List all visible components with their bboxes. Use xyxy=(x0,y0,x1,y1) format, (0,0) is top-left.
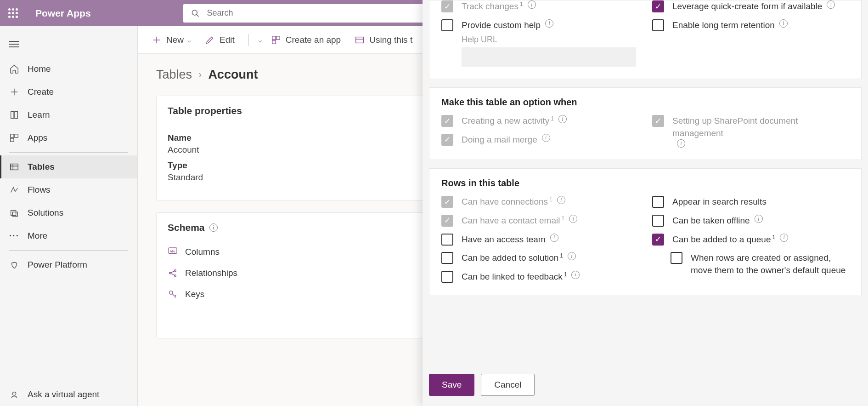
queue-sub-checkbox[interactable] xyxy=(671,252,682,264)
opt-label: Can be added to a queue xyxy=(672,234,771,246)
info-icon[interactable]: i xyxy=(571,271,580,279)
using-this-label: Using this t xyxy=(369,35,412,45)
svg-text:Abc: Abc xyxy=(170,249,176,253)
chevron-down-icon: ⌵ xyxy=(187,36,191,44)
agent-icon xyxy=(9,389,19,400)
new-label: New xyxy=(166,35,184,45)
hamburger-icon xyxy=(9,41,19,47)
help-url-label: Help URL xyxy=(462,35,638,45)
app-name: Power Apps xyxy=(35,8,91,19)
info-icon[interactable]: i xyxy=(779,19,788,28)
relationships-icon xyxy=(168,268,178,278)
sidebar-item-apps[interactable]: Apps xyxy=(0,126,137,149)
sidebar-item-label: Solutions xyxy=(28,208,63,218)
hamburger-button[interactable] xyxy=(0,35,137,53)
sidebar-item-label: Flows xyxy=(28,185,51,195)
connections-checkbox: ✓ xyxy=(441,196,453,208)
offline-checkbox[interactable] xyxy=(652,215,664,227)
opt-label: Creating a new activity xyxy=(462,115,549,127)
svg-point-0 xyxy=(192,10,197,15)
info-icon[interactable]: i xyxy=(542,134,550,142)
flow-icon xyxy=(9,185,19,195)
info-icon[interactable]: i xyxy=(550,234,558,242)
solution-checkbox[interactable] xyxy=(441,252,453,264)
home-icon xyxy=(9,64,19,74)
plus-icon xyxy=(152,35,162,45)
opt-label: Have an access team xyxy=(462,234,546,246)
properties-panel: ✓ Track changes1i Provide custom helpi H… xyxy=(423,0,868,406)
info-icon[interactable]: i xyxy=(558,115,567,123)
leverage-quick-create-checkbox[interactable]: ✓ xyxy=(652,0,664,12)
opt-label: Appear in search results xyxy=(672,196,767,208)
opt-label: Can be added to solution xyxy=(462,252,558,264)
info-icon[interactable]: i xyxy=(209,223,218,232)
long-term-retention-checkbox[interactable] xyxy=(652,19,664,31)
svg-rect-15 xyxy=(272,36,276,39)
track-changes-checkbox: ✓ xyxy=(441,0,453,12)
app-icon xyxy=(271,35,281,45)
svg-rect-6 xyxy=(11,138,14,142)
save-button[interactable]: Save xyxy=(429,374,474,396)
feedback-checkbox[interactable] xyxy=(441,271,453,283)
search-results-checkbox[interactable] xyxy=(652,196,664,208)
svg-point-24 xyxy=(175,275,176,277)
sidebar-item-solutions[interactable]: Solutions xyxy=(0,201,137,224)
opt-label: Can have a contact email xyxy=(462,215,560,227)
sidebar-item-virtual-agent[interactable]: Ask a virtual agent xyxy=(0,383,137,406)
sidebar-item-more[interactable]: ··· More xyxy=(0,224,137,247)
help-url-input[interactable] xyxy=(462,47,636,67)
info-icon[interactable]: i xyxy=(780,234,788,242)
info-icon[interactable]: i xyxy=(677,139,685,148)
cancel-button[interactable]: Cancel xyxy=(481,374,535,396)
sidebar-item-home[interactable]: Home xyxy=(0,57,137,80)
queue-checkbox[interactable]: ✓ xyxy=(652,234,664,246)
info-icon[interactable]: i xyxy=(569,215,577,223)
create-app-button[interactable]: Create an app xyxy=(271,35,341,45)
sidebar-item-learn[interactable]: Learn xyxy=(0,103,137,126)
svg-rect-4 xyxy=(11,134,14,137)
opt-label: Track changes xyxy=(462,0,519,13)
card-title: Schema xyxy=(168,222,205,233)
new-button[interactable]: New ⌵ xyxy=(152,35,191,45)
sharepoint-checkbox: ✓ xyxy=(652,115,664,127)
panel-section-top: ✓ Track changes1i Provide custom helpi H… xyxy=(429,0,862,79)
opt-label: Provide custom help xyxy=(462,19,541,32)
using-this-button[interactable]: Using this t xyxy=(355,35,412,45)
sidebar-item-label: Home xyxy=(28,64,51,74)
sidebar-item-tables[interactable]: Tables xyxy=(0,155,137,178)
apps-icon xyxy=(9,133,19,143)
info-icon[interactable]: i xyxy=(755,215,763,223)
sidebar-item-label: Ask a virtual agent xyxy=(28,389,99,400)
svg-line-1 xyxy=(196,14,198,17)
sidebar-item-create[interactable]: Create xyxy=(0,80,137,103)
sidebar-item-label: Tables xyxy=(28,162,55,172)
breadcrumb-root[interactable]: Tables xyxy=(156,68,192,82)
info-icon[interactable]: i xyxy=(568,252,576,260)
breadcrumb-current: Account xyxy=(208,68,258,82)
panel-footer: Save Cancel xyxy=(423,364,868,406)
svg-point-27 xyxy=(169,291,173,294)
table-icon xyxy=(9,162,19,172)
create-app-label: Create an app xyxy=(286,35,341,45)
info-icon[interactable]: i xyxy=(545,19,553,28)
sidebar-item-label: Create xyxy=(28,87,54,97)
nav-divider xyxy=(9,152,128,153)
search-icon xyxy=(191,9,200,18)
sidebar-item-power-platform[interactable]: Power Platform xyxy=(0,253,137,276)
sidebar-item-flows[interactable]: Flows xyxy=(0,178,137,201)
waffle-icon xyxy=(8,8,18,18)
provide-help-checkbox[interactable] xyxy=(441,19,453,31)
info-icon[interactable]: i xyxy=(557,196,565,204)
access-team-checkbox[interactable] xyxy=(441,234,453,246)
info-icon[interactable]: i xyxy=(528,0,536,9)
chevron-down-icon[interactable]: ⌵ xyxy=(258,36,262,44)
opt-label: Can have connections xyxy=(462,196,548,208)
waffle-button[interactable] xyxy=(0,0,26,26)
panel-section-option-when: Make this table an option when ✓ Creatin… xyxy=(429,87,862,160)
svg-rect-18 xyxy=(356,37,364,43)
info-icon[interactable]: i xyxy=(827,0,835,9)
svg-line-25 xyxy=(171,271,174,273)
section-title: Make this table an option when xyxy=(441,97,849,108)
edit-button[interactable]: Edit xyxy=(205,35,235,45)
table-icon xyxy=(355,35,365,45)
